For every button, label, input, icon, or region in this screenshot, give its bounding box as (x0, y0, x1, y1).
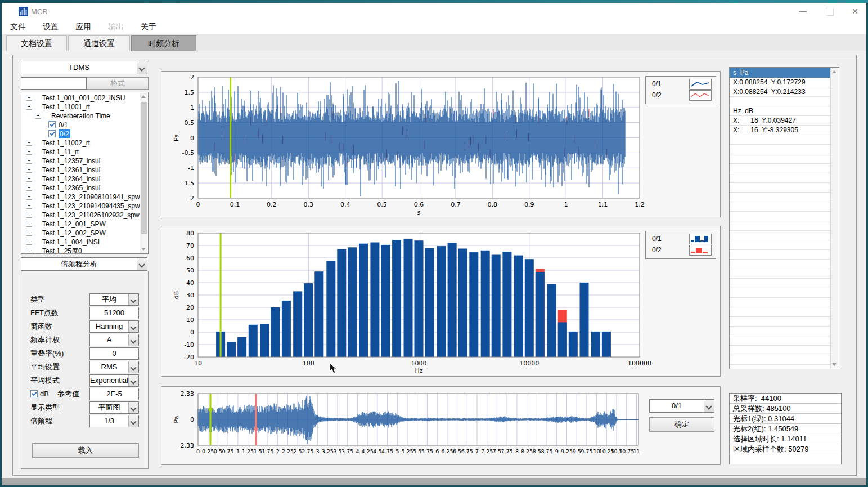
chevron-down-icon[interactable] (128, 294, 138, 305)
collapse-minus-icon[interactable] (35, 113, 41, 119)
expand-plus-icon[interactable] (26, 176, 32, 182)
menu-item-about[interactable]: 关于 (132, 20, 165, 34)
cursor-list-row[interactable] (730, 327, 831, 336)
cursor-list-row[interactable] (730, 212, 831, 221)
menu-item-file[interactable]: 文件 (2, 20, 34, 34)
avg-mode-combo[interactable]: Exponential (89, 374, 139, 387)
legend-row[interactable]: 0/2 (646, 89, 716, 101)
fft-points-input[interactable]: 51200 (89, 307, 139, 319)
cursor2-red-marker[interactable] (254, 427, 258, 431)
cursor-list-row[interactable] (730, 183, 831, 193)
expand-plus-icon[interactable] (26, 95, 32, 101)
cursor-list-row[interactable] (730, 298, 831, 307)
window-function-combo[interactable]: Hanning (89, 320, 139, 333)
chevron-down-icon[interactable] (128, 402, 138, 413)
chevron-down-icon[interactable] (128, 375, 138, 386)
load-button[interactable]: 载入 (32, 443, 139, 458)
chevron-down-icon[interactable] (137, 61, 147, 74)
legend-row[interactable]: 0/2 (646, 244, 716, 256)
tab-channel-settings[interactable]: 通道设置 (68, 35, 130, 51)
expand-plus-icon[interactable] (26, 239, 32, 245)
menu-item-settings[interactable]: 设置 (34, 20, 67, 34)
scroll-up-icon[interactable] (140, 93, 147, 101)
cursor-list-row[interactable]: X: 16 Y:0.039427 (730, 116, 831, 126)
cursor-list-row[interactable] (730, 250, 831, 260)
expand-plus-icon[interactable] (26, 212, 32, 218)
tree-item[interactable]: Test 1_123_210908101941_spw (21, 193, 141, 202)
expand-plus-icon[interactable] (26, 203, 32, 209)
expand-plus-icon[interactable] (26, 167, 32, 173)
cursor-list-row[interactable] (730, 269, 831, 279)
menu-item-apply[interactable]: 应用 (67, 20, 100, 34)
cursor-list-row[interactable] (730, 202, 831, 212)
expand-plus-icon[interactable] (26, 140, 32, 146)
cursor-list-header[interactable]: s Pa (730, 68, 831, 78)
cursor-list-row[interactable]: X: 16 Y:-8.329305 (730, 126, 831, 135)
cursor1-green-marker[interactable] (209, 408, 213, 412)
tree-item[interactable]: Test 1_12364_insul (21, 175, 141, 184)
minimize-button[interactable] (790, 3, 816, 20)
file-format-combo[interactable]: TDMS (21, 61, 147, 74)
tree-item[interactable]: Test 1_12357_insul (21, 157, 141, 166)
chevron-down-icon[interactable] (128, 415, 138, 427)
format-button[interactable]: 格式 (87, 77, 149, 90)
expand-plus-icon[interactable] (26, 149, 32, 155)
expand-plus-icon[interactable] (26, 185, 32, 191)
avg-setting-combo[interactable]: RMS (89, 361, 139, 373)
overlap-input[interactable]: 0 (89, 347, 139, 360)
cursor-list-row[interactable] (730, 97, 831, 106)
channel-select-combo[interactable]: 0/1 (649, 399, 714, 413)
expand-plus-icon[interactable] (26, 248, 32, 254)
expand-plus-icon[interactable] (26, 221, 32, 227)
tree-item[interactable]: Test 1_1_004_INSI (21, 238, 141, 247)
tree-item[interactable]: Test 1_11002_rt (21, 138, 141, 148)
analysis-type-combo[interactable]: 倍频程分析 (21, 257, 147, 271)
cursor-list-row[interactable] (730, 307, 831, 317)
cursor-list-row[interactable] (730, 164, 831, 173)
tree-scrollbar-thumb[interactable] (141, 102, 147, 234)
type-combo[interactable]: 平均 (89, 293, 139, 306)
tree-item[interactable]: Test 1_001_001_002_INSU (21, 93, 141, 102)
cursor-list-scrollbar[interactable] (830, 68, 838, 368)
cursor-list-row[interactable] (730, 135, 831, 145)
tree-item[interactable]: Test 1_25度0 (21, 247, 141, 254)
tree-item[interactable]: Reverberation Time (21, 111, 141, 120)
cursor-list-row[interactable] (730, 346, 831, 355)
cursor-list-row[interactable]: X:0.088254 Y:0.172729 (730, 78, 831, 87)
expand-plus-icon[interactable] (26, 194, 32, 200)
cursor-list-row[interactable] (730, 193, 831, 202)
cursor-list-row[interactable] (730, 288, 831, 298)
confirm-button[interactable]: 确定 (649, 417, 714, 432)
tree-item[interactable]: Test 1_12_002_SPW (21, 229, 141, 238)
cursor-list-row[interactable] (730, 317, 831, 327)
tree-item[interactable]: Test 1_12_001_SPW (21, 220, 141, 229)
tree-checkbox[interactable] (48, 130, 56, 137)
cursor-list-row[interactable] (730, 145, 831, 154)
cursor-list-row[interactable] (730, 336, 831, 346)
tree-item[interactable]: Test 1_12365_insul (21, 184, 141, 193)
cursor-list-row[interactable]: Hz dB (730, 106, 831, 116)
tree-item[interactable]: Test 1_123_211026102932_spw (21, 211, 141, 220)
filter-input[interactable] (21, 77, 87, 90)
chevron-down-icon[interactable] (137, 258, 147, 270)
cursor-list-row[interactable] (730, 221, 831, 231)
maximize-button[interactable] (816, 3, 842, 20)
octave-combo[interactable]: 1/3 (89, 415, 139, 427)
scroll-down-icon[interactable] (140, 245, 147, 253)
cursor-list-row[interactable] (730, 240, 831, 250)
cursor-list-row[interactable]: X:0.088254 Y:0.214233 (730, 87, 831, 97)
tree-item[interactable]: 0/1 (21, 120, 141, 129)
tree-item[interactable]: 0/2 (21, 129, 141, 138)
db-ref-input[interactable]: 2E-5 (89, 388, 139, 400)
cursor-list-row[interactable] (730, 260, 831, 269)
tree-item[interactable]: Test 1_12361_insul (21, 166, 141, 175)
tree-item[interactable]: Test 1_11001_rt (21, 102, 141, 111)
cursor-list-row[interactable] (730, 355, 831, 365)
freq-weighting-combo[interactable]: A (89, 334, 139, 346)
chevron-down-icon[interactable] (128, 321, 138, 332)
cursor-list-row[interactable] (730, 154, 831, 164)
collapse-minus-icon[interactable] (26, 104, 32, 110)
tree-checkbox[interactable] (48, 121, 56, 128)
cursor-list-row[interactable] (730, 279, 831, 288)
chevron-down-icon[interactable] (128, 361, 138, 373)
